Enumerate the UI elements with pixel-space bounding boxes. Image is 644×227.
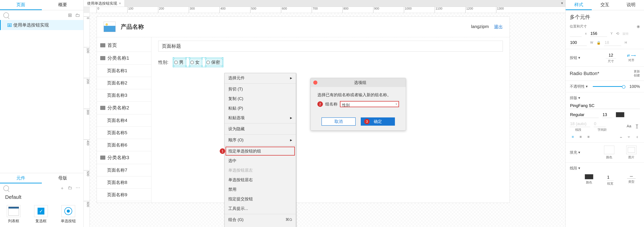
tab-overflow-icon[interactable]: ▼: [559, 0, 566, 7]
ctx-tooltip[interactable]: 工具提示...: [224, 204, 296, 213]
valign-middle-icon[interactable]: ⫟: [626, 135, 632, 139]
add-library-icon[interactable]: ＋: [60, 185, 64, 191]
ruler-tick: 1100: [435, 7, 442, 13]
library-name[interactable]: Default: [0, 193, 84, 203]
stroke-color-swatch[interactable]: [585, 174, 593, 179]
stroke-label[interactable]: 线段 ▾: [570, 166, 580, 171]
align-center-icon[interactable]: ≡: [578, 135, 584, 139]
typography-label[interactable]: 排版 ▾: [570, 96, 580, 100]
radio-option-secret[interactable]: 保密: [206, 59, 223, 66]
valign-top-icon[interactable]: ⫠: [618, 135, 624, 139]
sidebar-item[interactable]: 页面名称4: [97, 114, 151, 127]
sidebar-item[interactable]: 页面名称1: [97, 65, 151, 77]
selected-radio-group[interactable]: 男 女 保密: [174, 59, 223, 66]
search-icon[interactable]: [4, 13, 9, 18]
ctx-set-hidden[interactable]: 设为隐藏: [224, 124, 296, 134]
button-style-dropdown[interactable]: 按钮 ▾: [570, 55, 580, 60]
tree-item-current[interactable]: 使用单选按钮实现: [0, 20, 84, 30]
stroke-width-input[interactable]: [607, 174, 614, 180]
sidebar-group[interactable]: 分类名称1: [97, 52, 151, 65]
valign-bottom-icon[interactable]: ⫞: [634, 135, 640, 139]
text-decoration-icon[interactable]: T̲: [634, 124, 640, 129]
widget-radio[interactable]: 单选按钮: [60, 205, 77, 223]
x-input[interactable]: [570, 31, 582, 37]
radio-option-female[interactable]: 女: [190, 59, 202, 66]
sidebar-item[interactable]: 页面名称9: [97, 189, 151, 201]
tab-pages[interactable]: 页面: [0, 0, 42, 10]
library-folder-icon[interactable]: 🗀: [68, 185, 72, 191]
align-left-icon[interactable]: ≡: [570, 135, 576, 139]
sidebar-item-home[interactable]: 首页: [97, 39, 151, 52]
stroke-type-dropdown[interactable]: ─: [627, 174, 636, 179]
sidebar-item[interactable]: 页面名称2: [97, 77, 151, 89]
tab-interactions[interactable]: 交互: [592, 0, 618, 10]
letter-spacing-input[interactable]: [594, 121, 606, 127]
sidebar-item[interactable]: 页面名称7: [97, 164, 151, 176]
tab-outline[interactable]: 概要: [42, 0, 84, 10]
ctx-radio-right[interactable]: 单选按钮居右: [224, 175, 296, 185]
tab-widgets[interactable]: 元件: [0, 173, 42, 183]
align-link-icon[interactable]: ⇄ ⟶: [627, 53, 636, 57]
ctx-paste-options[interactable]: 粘贴选项: [224, 113, 296, 123]
ctx-submit-btn[interactable]: 指定提交按钮: [224, 194, 296, 204]
logout-link[interactable]: 退出: [494, 24, 503, 30]
close-icon[interactable]: ×: [119, 1, 121, 6]
add-folder-icon[interactable]: 🗀: [75, 12, 80, 18]
ctx-cut[interactable]: 剪切 (T): [224, 84, 296, 94]
y-input[interactable]: [590, 31, 607, 37]
fill-color-swatch[interactable]: [604, 146, 614, 154]
text-case-icon[interactable]: Aa: [626, 124, 632, 129]
text-color-swatch[interactable]: [616, 112, 624, 117]
sidebar-item[interactable]: 页面名称3: [97, 89, 151, 102]
sidebar-item[interactable]: 页面名称5: [97, 127, 151, 139]
ctx-set-radio-group[interactable]: 1指定单选按钮的组: [224, 146, 296, 156]
sidebar-group[interactable]: 分类名称2: [97, 102, 151, 114]
library-menu-icon[interactable]: ⋯: [76, 185, 80, 191]
ctx-paste[interactable]: 粘贴 (P): [224, 103, 296, 113]
opacity-label[interactable]: 不透明性 ▾: [570, 84, 588, 89]
group-name-input[interactable]: 性别: [340, 101, 399, 107]
widget-listbox[interactable]: 列表框: [5, 205, 22, 223]
lock-aspect-icon[interactable]: 🔒: [596, 41, 601, 45]
update-create-links[interactable]: 更新创建: [634, 70, 640, 78]
font-family-select[interactable]: [570, 103, 640, 109]
ctx-disable[interactable]: 禁用: [224, 185, 296, 194]
sidebar-group[interactable]: 分类名称3: [97, 151, 151, 164]
sidebar-item[interactable]: 页面名称6: [97, 139, 151, 151]
opacity-slider[interactable]: [593, 86, 624, 87]
design-canvas[interactable]: 产品名称 langzipm 退出 首页 分类名称1 页面名称1 页面名称2 页面…: [90, 13, 566, 227]
tab-masters[interactable]: 母版: [42, 173, 84, 183]
widget-checkbox[interactable]: 复选框: [32, 205, 50, 223]
font-weight-select[interactable]: [570, 112, 599, 118]
fill-label[interactable]: 填充 ▾: [570, 150, 580, 155]
visibility-icon[interactable]: ◉: [637, 24, 640, 29]
corner-input[interactable]: [606, 52, 616, 59]
ctx-select-widget[interactable]: 选择元件: [224, 73, 296, 83]
ctx-order[interactable]: 顺序 (O): [224, 135, 296, 145]
align-right-icon[interactable]: ≡: [586, 135, 592, 139]
ctx-group[interactable]: 组合 (G)⌘G: [224, 215, 296, 224]
dialog-titlebar[interactable]: 选项组: [310, 78, 406, 87]
height-input[interactable]: [604, 40, 621, 46]
ok-button[interactable]: 3确定: [361, 117, 395, 126]
ctx-lock[interactable]: 锁定 (K): [224, 224, 296, 227]
radio-option-male[interactable]: 男: [174, 59, 186, 66]
shared-style-name[interactable]: Radio Button*: [570, 71, 599, 76]
line-height-input[interactable]: [570, 121, 590, 127]
close-icon[interactable]: [313, 81, 318, 85]
inspector-tabs: 样式 交互 说明: [566, 0, 644, 10]
cancel-button[interactable]: 取消: [322, 117, 356, 126]
fill-image-swatch[interactable]: [626, 146, 636, 154]
sidebar-item[interactable]: 页面名称8: [97, 176, 151, 189]
add-page-icon[interactable]: ⊞: [68, 12, 72, 18]
font-size-input[interactable]: [602, 112, 612, 118]
ctx-selected[interactable]: 选中: [224, 156, 296, 165]
ctx-copy[interactable]: 复制 (C): [224, 94, 296, 103]
document-tab[interactable]: 使用单选按钮实现 ×: [84, 0, 125, 7]
width-input[interactable]: [570, 40, 587, 46]
tab-style[interactable]: 样式: [566, 0, 592, 10]
search-icon[interactable]: [4, 185, 9, 191]
rotation-icon[interactable]: ⟲: [616, 32, 619, 36]
tab-notes[interactable]: 说明: [618, 0, 644, 10]
opacity-value: 100%: [630, 84, 640, 89]
